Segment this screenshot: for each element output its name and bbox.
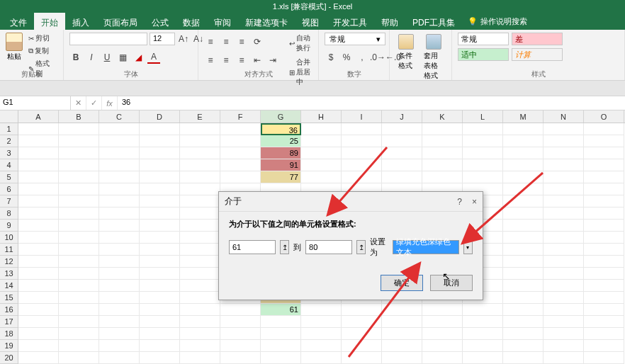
row-header-9[interactable]: 9: [0, 220, 18, 232]
cell-I20[interactable]: [342, 352, 382, 364]
between-min-input[interactable]: [229, 240, 276, 254]
cell-M1[interactable]: [503, 123, 544, 135]
row-header-5[interactable]: 5: [0, 171, 18, 183]
cell-E9[interactable]: [180, 220, 220, 232]
cell-E2[interactable]: [180, 135, 220, 147]
cell-K19[interactable]: [422, 340, 463, 352]
cell-A2[interactable]: [18, 135, 59, 147]
tell-me-search[interactable]: 💡 操作说明搜索: [462, 13, 533, 30]
format-preset-select[interactable]: 绿填充色深绿色文本: [393, 240, 459, 254]
cell-A12[interactable]: [18, 256, 59, 268]
cell-A7[interactable]: [18, 195, 59, 207]
cell-A4[interactable]: [18, 159, 59, 171]
cell-C2[interactable]: [99, 135, 140, 147]
cell-G19[interactable]: [261, 340, 301, 352]
cell-F18[interactable]: [220, 328, 261, 340]
cell-E20[interactable]: [180, 352, 220, 364]
cell-D17[interactable]: [140, 316, 180, 328]
cell-C14[interactable]: [99, 280, 140, 292]
cell-K17[interactable]: [422, 316, 463, 328]
cell-F1[interactable]: [220, 123, 261, 135]
cell-H5[interactable]: [301, 171, 342, 183]
cell-E5[interactable]: [180, 171, 220, 183]
cell-K2[interactable]: [422, 135, 463, 147]
chevron-down-icon[interactable]: ▾: [463, 240, 473, 254]
dialog-close-button[interactable]: ×: [472, 197, 477, 207]
cell-O12[interactable]: [584, 256, 624, 268]
cell-M11[interactable]: [503, 244, 544, 256]
cell-K3[interactable]: [422, 147, 463, 159]
cell-C18[interactable]: [99, 328, 140, 340]
cell-N9[interactable]: [544, 220, 584, 232]
row-header-14[interactable]: 14: [0, 280, 18, 292]
cell-C8[interactable]: [99, 207, 140, 220]
col-header-D[interactable]: D: [140, 110, 180, 123]
cell-M13[interactable]: [503, 268, 544, 280]
cell-L20[interactable]: [463, 352, 503, 364]
cell-A16[interactable]: [18, 304, 59, 316]
number-format-select[interactable]: 常规▾: [325, 33, 385, 45]
cell-B6[interactable]: [59, 183, 99, 195]
col-header-M[interactable]: M: [503, 110, 544, 123]
cell-J3[interactable]: [382, 147, 422, 159]
cell-style-bad[interactable]: 差: [512, 33, 563, 45]
cell-K5[interactable]: [422, 171, 463, 183]
tab-data[interactable]: 数据: [176, 13, 207, 30]
cell-D1[interactable]: [140, 123, 180, 135]
cell-N12[interactable]: [544, 256, 584, 268]
border-button[interactable]: ▦: [116, 51, 129, 64]
col-header-K[interactable]: K: [422, 110, 463, 123]
align-middle-button[interactable]: ≡: [220, 35, 232, 48]
col-header-H[interactable]: H: [301, 110, 342, 123]
cell-C7[interactable]: [99, 195, 140, 207]
tab-pdf[interactable]: PDF工具集: [405, 13, 462, 30]
cell-N4[interactable]: [544, 159, 584, 171]
cell-B2[interactable]: [59, 135, 99, 147]
cut-button[interactable]: ✂剪切: [27, 33, 57, 44]
cell-C13[interactable]: [99, 268, 140, 280]
cell-O3[interactable]: [584, 147, 624, 159]
font-size-select[interactable]: 12: [150, 33, 175, 45]
fx-button[interactable]: fx: [102, 96, 118, 110]
cell-N1[interactable]: [544, 123, 584, 135]
cell-D6[interactable]: [140, 183, 180, 195]
cell-O7[interactable]: [584, 195, 624, 207]
cell-M20[interactable]: [503, 352, 544, 364]
cell-I18[interactable]: [342, 328, 382, 340]
col-header-N[interactable]: N: [544, 110, 584, 123]
cell-E6[interactable]: [180, 183, 220, 195]
cell-O19[interactable]: [584, 340, 624, 352]
cell-O20[interactable]: [584, 352, 624, 364]
increase-decimal-button[interactable]: .0→: [371, 51, 384, 64]
cell-E8[interactable]: [180, 207, 220, 220]
cell-O8[interactable]: [584, 207, 624, 220]
row-header-1[interactable]: 1: [0, 123, 18, 135]
cell-O15[interactable]: [584, 292, 624, 304]
copy-button[interactable]: ⧉复制: [27, 45, 57, 57]
cell-M14[interactable]: [503, 280, 544, 292]
row-header-19[interactable]: 19: [0, 340, 18, 352]
cell-B7[interactable]: [59, 195, 99, 207]
cell-G17[interactable]: [261, 316, 301, 328]
row-header-6[interactable]: 6: [0, 183, 18, 195]
cell-G3[interactable]: 89: [261, 147, 301, 159]
cell-K18[interactable]: [422, 328, 463, 340]
cell-C20[interactable]: [99, 352, 140, 364]
cell-N8[interactable]: [544, 207, 584, 220]
font-color-button[interactable]: A: [147, 51, 160, 64]
tab-help[interactable]: 帮助: [374, 13, 405, 30]
align-center-button[interactable]: ≡: [220, 54, 232, 67]
col-header-F[interactable]: F: [220, 110, 261, 123]
cell-O18[interactable]: [584, 328, 624, 340]
cell-G1[interactable]: 36: [261, 123, 301, 135]
cell-B15[interactable]: [59, 292, 99, 304]
min-ref-button[interactable]: ↥: [280, 240, 289, 254]
cell-N3[interactable]: [544, 147, 584, 159]
increase-font-button[interactable]: A↑: [177, 33, 190, 45]
cell-G16[interactable]: 61: [261, 304, 301, 316]
cell-N5[interactable]: [544, 171, 584, 183]
cell-H17[interactable]: [301, 316, 342, 328]
cell-B20[interactable]: [59, 352, 99, 364]
cell-A17[interactable]: [18, 316, 59, 328]
cell-I1[interactable]: [342, 123, 382, 135]
